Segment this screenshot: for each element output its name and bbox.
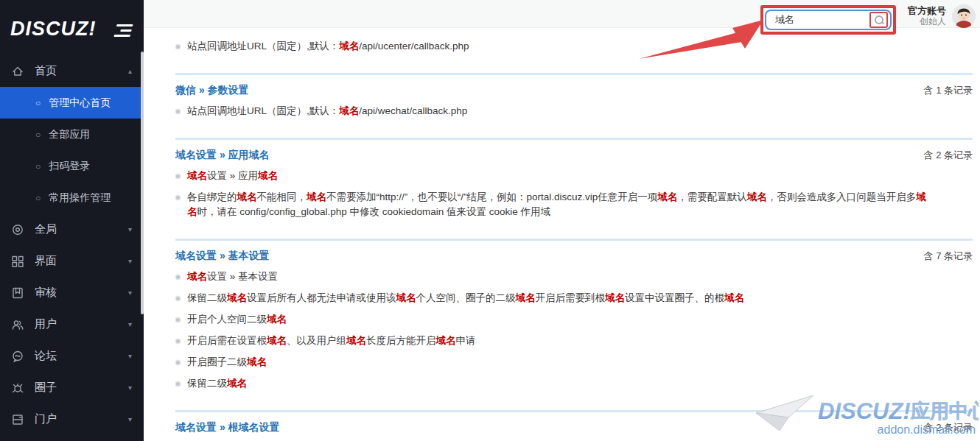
sidebar-subitem[interactable]: ○管理中心首页 bbox=[0, 87, 144, 119]
highlighted-keyword: 域名 bbox=[227, 378, 247, 389]
highlighted-keyword: 域名 bbox=[247, 356, 267, 367]
highlighted-keyword: 域名 bbox=[436, 335, 456, 346]
search-button[interactable] bbox=[869, 12, 888, 28]
chevron-down-icon: ▾ bbox=[128, 225, 132, 233]
sidebar-item-global[interactable]: 全局▾ bbox=[0, 214, 144, 245]
sidebar-item-users[interactable]: 用户▾ bbox=[0, 308, 144, 340]
highlighted-keyword: 域名 bbox=[346, 335, 366, 346]
bullet-icon bbox=[176, 174, 180, 178]
bullet-circle-icon: ○ bbox=[35, 99, 41, 107]
result-text: 域名设置 » 应用域名 bbox=[187, 169, 278, 183]
bullet-icon bbox=[176, 339, 180, 343]
chevron-down-icon: ▾ bbox=[128, 320, 132, 328]
forum-icon bbox=[11, 349, 25, 363]
highlighted-keyword: 域名 bbox=[339, 105, 359, 116]
sidebar-subitem-label: 全部应用 bbox=[49, 128, 90, 141]
result-row: 各自绑定的域名不能相同，域名不需要添加“http://”，也不要以“/”结尾，例… bbox=[175, 190, 973, 219]
result-text: 站点回调地址URL（固定）,默认：域名/api/wechat/callback.… bbox=[187, 104, 467, 119]
result-row: 开启个人空间二级域名 bbox=[175, 312, 973, 327]
result-text: 站点回调地址URL（固定）,默认：域名/api/ucenter/callback… bbox=[187, 39, 469, 54]
sidebar-item-label: 审核 bbox=[35, 286, 57, 300]
results-list: 站点回调地址URL（固定）,默认：域名/api/ucenter/callback… bbox=[144, 28, 980, 441]
account-role: 创始人 bbox=[908, 16, 946, 27]
hamburger-icon[interactable] bbox=[113, 21, 133, 37]
discuz-logo[interactable]: DISCUZ! bbox=[10, 18, 97, 40]
highlighted-keyword: 域名 bbox=[724, 292, 744, 303]
home-icon bbox=[11, 64, 25, 78]
sidebar-item-home[interactable]: 首页▴ bbox=[0, 55, 144, 87]
result-row: 保留二级域名 bbox=[175, 376, 973, 391]
section-heading: 域名设置 » 基本设置含 7 条记录 bbox=[175, 250, 973, 263]
result-row: 保留二级域名设置后所有人都无法申请或使用该域名个人空间、圈子的二级域名开启后需要… bbox=[175, 291, 973, 306]
highlighted-keyword: 域名 bbox=[396, 292, 416, 303]
bullet-icon bbox=[176, 382, 180, 386]
sidebar-item-forum[interactable]: 论坛▾ bbox=[0, 340, 144, 372]
users-icon bbox=[11, 317, 25, 331]
app-window: DISCUZ! 首页▴○管理中心首页○全部应用○扫码登录○常用操作管理全局▾界面… bbox=[0, 0, 980, 441]
bullet-icon bbox=[176, 45, 180, 49]
result-row: 站点回调地址URL（固定）,默认：域名/api/ucenter/callback… bbox=[175, 39, 973, 54]
group-icon bbox=[11, 381, 25, 395]
sidebar-subitem-label: 管理中心首页 bbox=[49, 96, 111, 110]
highlighted-keyword: 域名 bbox=[307, 191, 326, 202]
record-count: 含 2 条记录 bbox=[924, 421, 973, 434]
sidebar-subitem-label: 扫码登录 bbox=[49, 160, 90, 173]
section-divider bbox=[175, 410, 973, 412]
result-row: 站点回调地址URL（固定）,默认：域名/api/wechat/callback.… bbox=[175, 104, 973, 119]
result-text: 域名设置 » 基本设置 bbox=[187, 269, 278, 284]
bullet-icon bbox=[176, 297, 180, 300]
highlighted-keyword: 域名 bbox=[187, 271, 207, 282]
record-count: 含 2 条记录 bbox=[924, 149, 973, 162]
chevron-down-icon: ▾ bbox=[128, 415, 132, 423]
sidebar-item-group[interactable]: 圈子▾ bbox=[0, 372, 144, 403]
search-input[interactable] bbox=[775, 15, 869, 26]
search-highlight-frame bbox=[760, 5, 896, 35]
interface-icon bbox=[11, 254, 25, 268]
sidebar-item-interface[interactable]: 界面▾ bbox=[0, 245, 144, 277]
highlighted-keyword: 域名 bbox=[516, 292, 536, 303]
highlighted-keyword: 域名 bbox=[258, 170, 278, 181]
account-widget[interactable]: 官方账号 创始人 bbox=[908, 4, 976, 28]
chevron-down-icon: ▾ bbox=[128, 289, 132, 297]
sidebar-item-label: 用户 bbox=[35, 317, 57, 331]
section-heading: 微信 » 参数设置含 1 条记录 bbox=[175, 84, 973, 97]
result-row: 域名设置 » 基本设置 bbox=[175, 269, 973, 284]
account-name: 官方账号 bbox=[908, 5, 946, 16]
sidebar-item-portal[interactable]: 门户▾ bbox=[0, 403, 144, 435]
highlighted-keyword: 域名 bbox=[657, 191, 677, 202]
highlighted-keyword: 域名 bbox=[267, 314, 287, 325]
search-box bbox=[765, 10, 892, 30]
result-text: 各自绑定的域名不能相同，域名不需要添加“http://”，也不要以“/”结尾，例… bbox=[187, 190, 933, 219]
section-heading-link[interactable]: 域名设置 bbox=[175, 149, 217, 160]
highlighted-keyword: 域名 bbox=[605, 292, 625, 303]
section-divider bbox=[175, 138, 973, 140]
sidebar-subitem[interactable]: ○常用操作管理 bbox=[0, 182, 144, 214]
sidebar-item-label: 界面 bbox=[35, 254, 57, 268]
result-row: 域名设置 » 应用域名 bbox=[175, 169, 973, 183]
bullet-circle-icon: ○ bbox=[35, 130, 41, 139]
section-heading-link[interactable]: 参数设置 bbox=[208, 84, 249, 96]
sidebar-subitem[interactable]: ○扫码登录 bbox=[0, 150, 144, 182]
result-row: 开启圈子二级域名 bbox=[175, 355, 973, 370]
sidebar-item-audit[interactable]: 审核▾ bbox=[0, 277, 144, 308]
section-heading-link[interactable]: 应用域名 bbox=[228, 149, 270, 160]
highlighted-keyword: 域名 bbox=[747, 191, 767, 202]
bullet-icon bbox=[176, 110, 180, 113]
sidebar-subitem[interactable]: ○全部应用 bbox=[0, 119, 144, 150]
audit-icon bbox=[11, 286, 25, 300]
chevron-up-icon: ▴ bbox=[128, 67, 132, 75]
section-divider bbox=[175, 73, 973, 75]
section-heading-link[interactable]: 基本设置 bbox=[228, 250, 270, 261]
result-text: 保留二级域名设置后所有人都无法申请或使用该域名个人空间、圈子的二级域名开启后需要… bbox=[187, 291, 744, 306]
bullet-circle-icon: ○ bbox=[35, 194, 41, 202]
section-heading-link[interactable]: 域名设置 bbox=[175, 250, 217, 261]
sidebar-item-label: 论坛 bbox=[35, 349, 57, 363]
highlighted-keyword: 域名 bbox=[187, 170, 207, 181]
sidebar: DISCUZ! 首页▴○管理中心首页○全部应用○扫码登录○常用操作管理全局▾界面… bbox=[0, 0, 144, 441]
highlighted-keyword: 域名 bbox=[267, 335, 287, 346]
section-heading-link[interactable]: 域名设置 bbox=[175, 421, 217, 433]
section-heading-link[interactable]: 根域名设置 bbox=[228, 421, 280, 433]
result-row: 开启后需在设置根域名、以及用户组域名长度后方能开启域名申请 bbox=[175, 334, 973, 348]
section-heading-link[interactable]: 微信 bbox=[175, 84, 196, 96]
avatar[interactable] bbox=[952, 4, 976, 28]
